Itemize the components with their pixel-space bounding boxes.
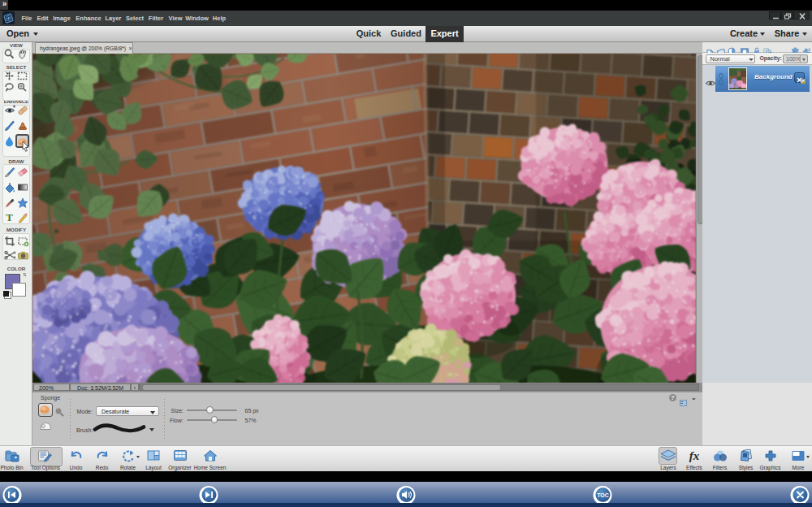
svg-text:T: T	[6, 212, 13, 223]
svg-text:fx: fx	[689, 449, 700, 462]
svg-text:TOC: TOC	[597, 492, 609, 498]
